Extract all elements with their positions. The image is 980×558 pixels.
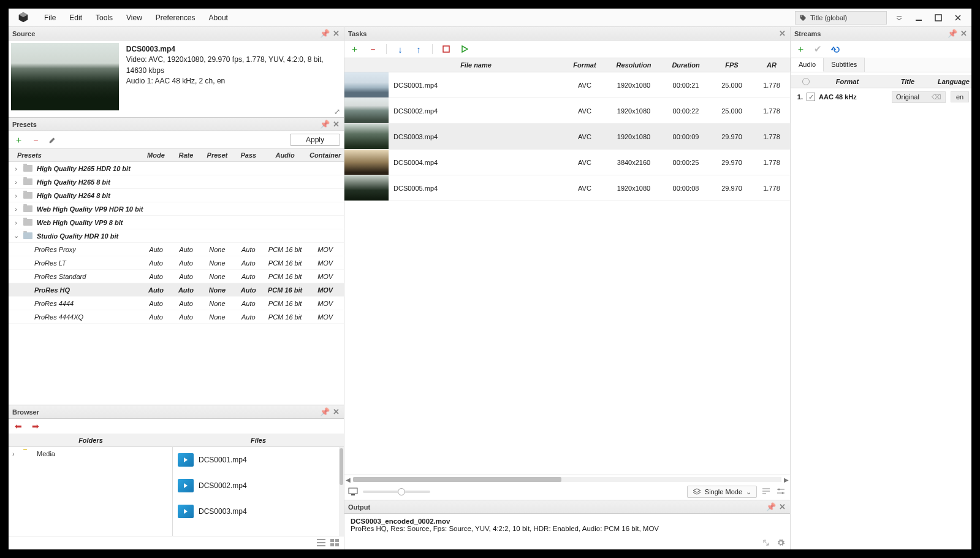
confirm-stream-button[interactable]: ✔ [811,43,824,55]
preset-item-row[interactable]: ProRes LT Auto Auto None Auto PCM 16 bit… [9,256,344,270]
remove-preset-button[interactable]: － [29,134,42,146]
file-name: DCS0003.mp4 [199,507,247,516]
stream-row[interactable]: 1. ✓ AAC 48 kHz Original⌫ en [791,88,971,105]
apply-button[interactable]: Apply [290,134,340,146]
menu-edit[interactable]: Edit [69,13,82,22]
task-row[interactable]: DCS0004.mp4 AVC 3840x2160 00:00:25 29.97… [344,150,790,175]
stream-title-field[interactable]: Original⌫ [892,91,946,103]
folder-row[interactable]: › Media [9,447,172,461]
scrollbar[interactable] [339,447,344,536]
menu-about[interactable]: About [209,13,228,22]
external-link-icon[interactable] [762,538,772,547]
window-close-button[interactable] [949,11,967,25]
opt-settings-icon[interactable] [777,487,786,496]
task-resolution: 1920x1080 [606,82,661,89]
preset-item-row[interactable]: ProRes HQ Auto Auto None Auto PCM 16 bit… [9,283,344,297]
pin-icon[interactable]: 📌 [321,29,329,38]
pin-icon[interactable]: 📌 [948,29,957,38]
file-name: DCS0002.mp4 [199,481,247,490]
output-summary: ProRes HQ, Res: Source, Fps: Source, YUV… [351,525,784,532]
scroll-left-icon[interactable]: ◀ [346,476,351,483]
file-name: DCS0001.mp4 [199,456,247,464]
tab-audio[interactable]: Audio [791,58,824,72]
file-item[interactable]: DCS0002.mp4 [173,473,344,499]
clear-icon[interactable]: ⌫ [932,93,941,101]
preset-folder-name: High Quality H265 HDR 10 bit [37,165,159,172]
preset-item-name: ProRes HQ [9,286,141,294]
task-thumbnail [344,72,389,97]
cell-rate: Auto [171,259,201,267]
window-maximize-button[interactable] [930,11,947,25]
preset-item-row[interactable]: ProRes Proxy Auto Auto None Auto PCM 16 … [9,243,344,256]
stream-language-field[interactable]: en [951,91,969,102]
cell-rate: Auto [171,313,201,321]
presets-panel-header: Presets 📌 ✕ [9,118,344,131]
task-row[interactable]: DCS0001.mp4 AVC 1920x1080 00:00:21 25.00… [344,72,790,98]
nav-back-button[interactable]: ⬅ [12,421,25,431]
cell-pass: Auto [234,259,264,267]
undo-stream-button[interactable] [829,43,841,55]
radio-icon[interactable] [802,78,810,85]
play-button[interactable] [458,43,471,55]
add-task-button[interactable]: ＋ [348,43,360,55]
add-preset-button[interactable]: ＋ [12,134,25,146]
nav-forward-button[interactable]: ➡ [29,421,42,431]
title-field[interactable]: Title (global) [795,11,887,25]
preset-item-row[interactable]: ProRes 4444XQ Auto Auto None Auto PCM 16… [9,310,344,324]
add-stream-button[interactable]: ＋ [794,43,807,55]
stream-checkbox[interactable]: ✓ [807,93,815,101]
tab-subtitles[interactable]: Subtitles [823,58,865,72]
pin-icon[interactable]: 📌 [321,120,329,129]
close-icon[interactable]: ✕ [332,408,340,416]
move-down-button[interactable]: ↓ [394,43,406,55]
preset-folder-row[interactable]: › Web High Quality VP9 HDR 10 bit [9,202,344,216]
close-icon[interactable]: ✕ [778,503,786,511]
task-row[interactable]: DCS0005.mp4 AVC 1920x1080 00:00:08 29.97… [344,175,790,201]
h-scrollbar[interactable] [353,477,781,482]
monitor-icon[interactable] [348,487,358,496]
preset-folder-row[interactable]: › Web High Quality VP9 8 bit [9,216,344,229]
preset-folder-row[interactable]: ⌄ Studio Quality HDR 10 bit [9,229,344,243]
list-view-icon[interactable] [317,539,327,548]
remove-task-button[interactable]: － [367,43,379,55]
cell-preset: None [201,246,234,253]
preset-folder-name: Web High Quality VP9 HDR 10 bit [37,205,159,213]
zoom-slider[interactable] [363,491,430,493]
preset-folder-row[interactable]: › High Quality H265 8 bit [9,175,344,189]
close-icon[interactable]: ✕ [332,29,340,38]
opt-collapse-icon[interactable] [762,487,772,496]
file-item[interactable]: DCS0001.mp4 [173,447,344,473]
settings-gear-icon[interactable] [777,538,786,547]
mode-select[interactable]: Single Mode ⌄ [687,486,757,498]
preset-item-row[interactable]: ProRes Standard Auto Auto None Auto PCM … [9,270,344,283]
edit-preset-button[interactable] [47,134,59,146]
menu-dropdown-icon[interactable] [891,11,908,25]
task-ar: 1.778 [753,107,790,115]
scroll-right-icon[interactable]: ▶ [784,476,789,483]
file-item[interactable]: DCS0003.mp4 [173,499,344,524]
menu-preferences[interactable]: Preferences [156,13,196,22]
menu-file[interactable]: File [44,13,56,22]
col-rate: Rate [171,151,201,159]
pin-icon[interactable]: 📌 [767,503,775,511]
close-icon[interactable]: ✕ [778,29,786,38]
close-icon[interactable]: ✕ [959,29,968,38]
col-fps: FPS [710,61,753,69]
preset-item-row[interactable]: ProRes 4444 Auto Auto None Auto PCM 16 b… [9,297,344,310]
task-row[interactable]: DCS0003.mp4 AVC 1920x1080 00:00:09 29.97… [344,124,790,150]
menu-view[interactable]: View [126,13,142,22]
preset-folder-row[interactable]: › High Quality H264 8 bit [9,189,344,202]
task-row[interactable]: DCS0002.mp4 AVC 1920x1080 00:00:22 25.00… [344,98,790,124]
cell-rate: Auto [171,273,201,280]
window-minimize-button[interactable] [910,11,927,25]
close-icon[interactable]: ✕ [332,120,340,129]
grid-view-icon[interactable] [330,539,340,548]
expand-icon[interactable]: ⤢ [333,107,341,116]
preset-folder-row[interactable]: › High Quality H265 HDR 10 bit [9,162,344,175]
move-up-button[interactable]: ↑ [412,43,425,55]
cell-pass: Auto [234,300,264,307]
tasks-panel-header: Tasks ✕ [344,27,790,40]
stop-button[interactable] [440,43,452,55]
pin-icon[interactable]: 📌 [321,408,329,416]
menu-tools[interactable]: Tools [96,13,113,22]
